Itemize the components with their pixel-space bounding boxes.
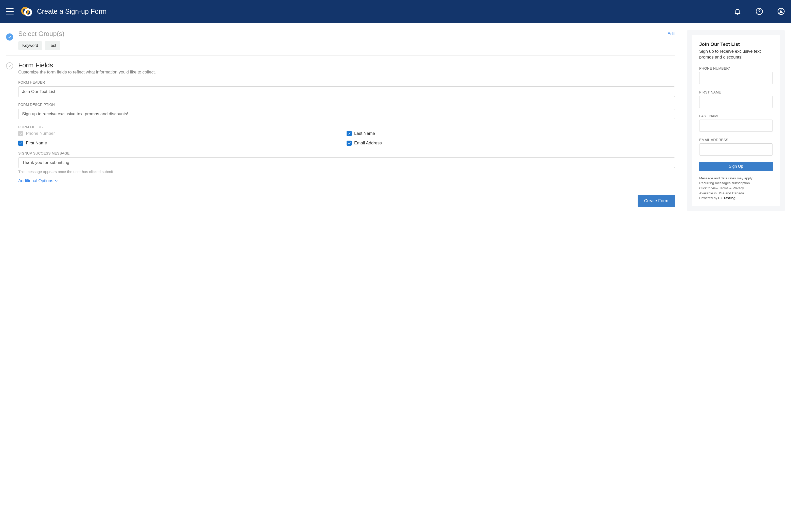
brand-logo	[21, 5, 33, 17]
create-form-button[interactable]: Create Form	[638, 195, 675, 207]
checkbox-email-address[interactable]: Email Address	[347, 140, 675, 146]
form-fields-label: FORM FIELDS	[18, 125, 675, 129]
checkbox-last-name[interactable]: Last Name	[347, 131, 675, 136]
additional-options-toggle[interactable]: Additional Options	[18, 178, 58, 184]
preview-first-input[interactable]	[699, 96, 773, 108]
preview-signup-button[interactable]: Sign Up	[699, 162, 773, 171]
checkbox-first-name[interactable]: First Name	[18, 140, 347, 146]
preview-phone-input[interactable]	[699, 72, 773, 84]
preview-fineprint: Message and data rates may apply. Recurr…	[699, 176, 773, 201]
select-groups-title: Select Group(s)	[18, 30, 65, 38]
success-message-helper: This message appears once the user has c…	[18, 170, 675, 174]
chevron-down-icon	[54, 179, 58, 183]
checkbox-icon[interactable]	[18, 140, 23, 146]
preview-description: Sign up to receive exclusive text promos…	[699, 49, 773, 60]
preview-panel: Join Our Text List Sign up to receive ex…	[687, 30, 785, 211]
form-header-label: FORM HEADER	[18, 80, 675, 84]
fineprint-line: Click to view Terms & Privacy.	[699, 186, 773, 191]
fineprint-line: Powered by EZ Texting	[699, 195, 773, 201]
checkbox-icon	[18, 131, 23, 136]
svg-point-5	[780, 10, 782, 12]
preview-email-label: EMAIL ADDRESS	[699, 138, 773, 142]
success-message-input[interactable]	[18, 157, 675, 168]
step-done-icon	[6, 34, 13, 40]
form-description-input[interactable]	[18, 109, 675, 119]
additional-options-label: Additional Options	[18, 178, 53, 184]
group-chip[interactable]: Test	[44, 41, 60, 50]
section-select-groups: Select Group(s) Edit Keyword Test	[6, 30, 675, 56]
checkbox-label: First Name	[26, 140, 47, 146]
section-form-fields: Form Fields Customize the form fields to…	[6, 56, 675, 212]
checkbox-icon[interactable]	[347, 131, 352, 136]
preview-phone-label: PHONE NUMBER*	[699, 66, 773, 71]
preview-card: Join Our Text List Sign up to receive ex…	[692, 35, 780, 206]
account-icon[interactable]	[777, 7, 785, 15]
preview-last-label: LAST NAME	[699, 114, 773, 118]
preview-title: Join Our Text List	[699, 41, 773, 47]
preview-last-input[interactable]	[699, 119, 773, 132]
form-fields-title: Form Fields	[18, 61, 675, 69]
bell-icon[interactable]	[734, 7, 741, 15]
success-message-label: SIGNUP SUCCESS MESSAGE	[18, 151, 675, 155]
topbar: Create a Sign-up Form	[0, 0, 791, 23]
group-chip[interactable]: Keyword	[18, 41, 42, 50]
form-description-label: FORM DESCRIPTION	[18, 102, 675, 107]
edit-groups-link[interactable]: Edit	[667, 32, 675, 37]
checkbox-label: Email Address	[354, 140, 382, 146]
help-icon[interactable]	[755, 7, 763, 15]
checkbox-icon[interactable]	[347, 140, 352, 146]
fineprint-line: Available in USA and Canada.	[699, 191, 773, 196]
checkbox-label: Phone Number	[26, 131, 55, 136]
form-fields-subtitle: Customize the form fields to reflect wha…	[18, 70, 675, 75]
fineprint-line: Recurring messages subscription.	[699, 180, 773, 186]
group-chips: Keyword Test	[18, 41, 675, 50]
preview-email-input[interactable]	[699, 144, 773, 155]
preview-first-label: FIRST NAME	[699, 90, 773, 94]
svg-point-3	[759, 13, 759, 13]
checkbox-phone-number: Phone Number	[18, 131, 347, 136]
checkbox-label: Last Name	[354, 131, 375, 136]
fineprint-line: Message and data rates may apply.	[699, 176, 773, 181]
page-title: Create a Sign-up Form	[37, 7, 107, 16]
form-header-input[interactable]	[18, 87, 675, 97]
menu-icon[interactable]	[6, 8, 14, 15]
step-current-icon	[6, 62, 13, 70]
